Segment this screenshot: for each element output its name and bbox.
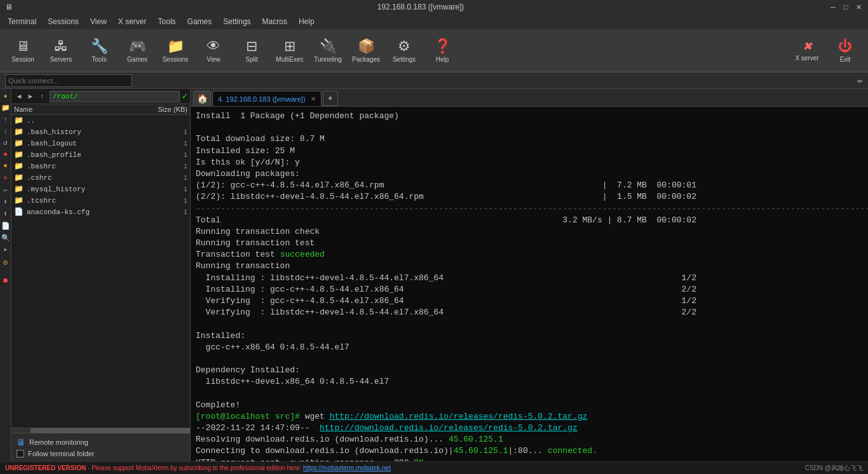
terminal-line: Verifying : libstdc++-devel-4.8.5-44.el7…: [196, 307, 868, 318]
sidebar-newfile-icon[interactable]: 📄: [1, 222, 10, 230]
tab-close-icon[interactable]: ✕: [311, 95, 316, 102]
file-row[interactable]: 📁 .bash_profile 1: [11, 149, 190, 161]
toolbar-session-button[interactable]: 🖥 Session: [5, 32, 41, 69]
folder-icon: 📁: [14, 150, 24, 160]
home-tab[interactable]: 🏠: [193, 91, 211, 106]
prompt-text: [root@localhost src]#: [196, 412, 300, 421]
file-list: 📁 .. 📁 .bash_history 1 📁 .bash_logout 1: [11, 115, 190, 428]
terminal-line: Installed size: 25 M: [196, 146, 868, 157]
unregistered-label: UNREGISTERED VERSION: [5, 464, 86, 471]
toolbar-help-label: Help: [436, 56, 449, 63]
menu-settings[interactable]: Settings: [218, 16, 255, 27]
wget-url: http://download.redis.io/releases/redis-…: [330, 412, 588, 421]
sidebar-upload-icon[interactable]: ⬆: [3, 210, 8, 218]
menu-terminal[interactable]: Terminal: [3, 16, 41, 27]
title-bar-title: 192.168.0.183 ([vmware]): [13, 3, 829, 11]
file-row[interactable]: 📁 .bash_history 1: [11, 126, 190, 138]
toolbar-servers-label: Servers: [50, 56, 72, 63]
sidebar-orange-icon[interactable]: ●: [3, 162, 8, 170]
status-link[interactable]: https://mobaxterm.mobatek.net: [303, 464, 391, 471]
terminal-line: Installing : libstdc++-devel-4.8.5-44.el…: [196, 273, 868, 284]
quick-connect-input[interactable]: [5, 74, 132, 87]
toolbar-packages-button[interactable]: 📦 Packages: [348, 32, 384, 69]
menu-sessions[interactable]: Sessions: [43, 16, 84, 27]
path-back-icon[interactable]: ◀: [14, 91, 24, 102]
sidebar-red-circle-icon[interactable]: ●: [3, 151, 8, 158]
terminal-line: Resolving download.redis.io (download.re…: [196, 434, 868, 445]
menu-tools[interactable]: Tools: [153, 16, 181, 27]
file-row[interactable]: 📁 .tcshrc 1: [11, 195, 190, 207]
path-check-icon[interactable]: ✓: [182, 91, 187, 102]
url-text: http://download.redis.io/releases/redis-…: [320, 423, 578, 433]
toolbar-split-button[interactable]: ⊟ Split: [234, 32, 269, 69]
close-button[interactable]: ✕: [854, 3, 863, 11]
sidebar-refresh-icon[interactable]: ↺: [3, 139, 8, 147]
file-row[interactable]: 📁 .bashrc 1: [11, 161, 190, 172]
sidebar-dot-icon[interactable]: ●: [3, 275, 9, 287]
toolbar-help-button[interactable]: ❓ Help: [424, 32, 460, 69]
minimize-button[interactable]: ─: [829, 3, 837, 11]
file-row[interactable]: 📁 ..: [11, 115, 190, 126]
toolbar-games-button[interactable]: 🎮 Games: [119, 32, 155, 69]
sidebar-delete-icon[interactable]: ✕: [3, 173, 8, 182]
terminal-line: HTTP request sent, awaiting response... …: [196, 457, 868, 461]
multi-icon: ⊞: [284, 38, 295, 55]
maximize-button[interactable]: □: [841, 3, 850, 11]
file-row[interactable]: 📁 .mysql_history 1: [11, 184, 190, 195]
toolbar-sessions-button[interactable]: 📁 Sessions: [158, 32, 193, 69]
toolbar-exit-button[interactable]: ⏻ Exit: [827, 32, 863, 69]
toolbar-servers-button[interactable]: 🖧 Servers: [43, 32, 79, 69]
path-input[interactable]: [50, 91, 180, 102]
toolbar-settings-button[interactable]: ⚙ Settings: [386, 32, 422, 69]
path-forward-icon[interactable]: ▶: [25, 91, 36, 102]
scroll-thumb[interactable]: [31, 428, 190, 433]
toolbar-view-button[interactable]: 👁 View: [196, 32, 231, 69]
toolbar-tools-button[interactable]: 🔧 Tools: [81, 32, 117, 69]
folder-icon: 📁: [14, 184, 24, 194]
sidebar: ★ 📁 ↑ ↓ ↺ ● ● ✕ ✏ ⬇ ⬆ 📄 🔍 ➤ ◎ ●: [0, 89, 191, 461]
terminal-content[interactable]: Install 1 Package (+1 Dependent package)…: [191, 107, 868, 461]
sidebar-search-icon[interactable]: 🔍: [1, 234, 10, 242]
follow-terminal-checkbox[interactable]: [17, 450, 24, 457]
session-tab[interactable]: 4. 192.168.0.183 ([vmware]) ✕: [212, 91, 322, 106]
menu-view[interactable]: View: [85, 16, 112, 27]
exit-icon: ⏻: [838, 38, 852, 55]
sidebar-send-icon[interactable]: ➤: [3, 246, 8, 254]
file-name: .tcshrc: [27, 197, 143, 205]
horizontal-scrollbar[interactable]: [11, 428, 190, 433]
sidebar-folder-icon[interactable]: 📁: [1, 104, 10, 112]
toolbar-multi-button[interactable]: ⊞ MultiExec: [272, 32, 308, 69]
path-up-icon[interactable]: ↑: [37, 91, 47, 102]
remote-monitoring-button[interactable]: 🖥 Remote monitoring: [17, 437, 185, 447]
toolbar-tunneling-button[interactable]: 🔌 Tunneling: [310, 32, 346, 69]
sidebar-download-icon[interactable]: ⬇: [3, 198, 8, 206]
sidebar-receive-icon[interactable]: ◎: [3, 258, 8, 266]
status-message: - Please support MobaXterm by subscribin…: [86, 464, 303, 471]
folder-icon: 📁: [14, 173, 24, 183]
new-tab-button[interactable]: +: [323, 91, 338, 106]
split-icon: ⊟: [246, 38, 257, 55]
sidebar-arrow-up-icon[interactable]: ↑: [3, 116, 8, 123]
menu-games[interactable]: Games: [182, 16, 217, 27]
menu-macros[interactable]: Macros: [257, 16, 292, 27]
toolbar-sessions-label: Sessions: [163, 56, 189, 63]
title-bar-controls: ─ □ ✕: [829, 3, 863, 11]
sidebar-arrow-down-icon[interactable]: ↓: [3, 127, 8, 135]
sidebar-star-icon[interactable]: ★: [3, 91, 8, 100]
sessions-icon: 📁: [167, 38, 184, 55]
file-name: ..: [27, 117, 143, 125]
file-row[interactable]: 📁 .bash_logout 1: [11, 138, 190, 149]
sidebar-bottom: 🖥 Remote monitoring Follow terminal fold…: [11, 433, 190, 461]
toolbar-xserver-button[interactable]: ✖ X server: [789, 32, 825, 69]
edit-icon[interactable]: ✏: [858, 75, 863, 86]
file-row[interactable]: 📁 .cshrc 1: [11, 172, 190, 184]
menu-help[interactable]: Help: [294, 16, 320, 27]
follow-terminal-toggle[interactable]: Follow terminal folder: [17, 450, 185, 457]
file-row[interactable]: 📄 anaconda-ks.cfg 1: [11, 207, 190, 218]
file-name: anaconda-ks.cfg: [27, 208, 143, 216]
menu-xserver[interactable]: X server: [113, 16, 152, 27]
terminal-line: Total 3.2 MB/s | 8.7 MB 00:00:02: [196, 215, 868, 226]
sidebar-edit2-icon[interactable]: ✏: [3, 186, 8, 194]
file-size: 1: [143, 151, 187, 159]
terminal-line: [196, 122, 868, 133]
